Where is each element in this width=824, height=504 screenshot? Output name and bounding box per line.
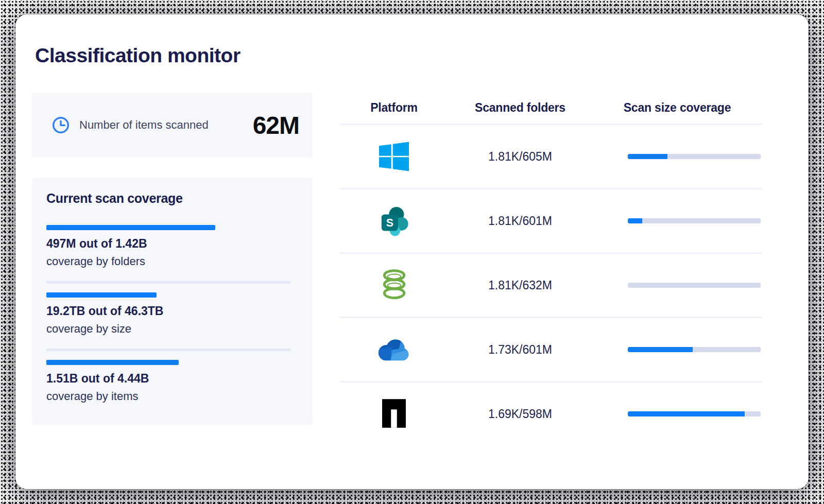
progress-fill <box>628 218 642 223</box>
coverage-separator <box>46 281 291 284</box>
progress-fill <box>628 347 693 352</box>
clock-icon <box>52 116 70 134</box>
progress-track <box>628 283 761 288</box>
database-icon <box>340 269 448 302</box>
coverage-bar-cell <box>592 154 762 159</box>
table-header: Platform Scanned folders Scan size cover… <box>340 92 762 124</box>
table-row-netapp: 1.69K/598M <box>340 381 762 445</box>
progress-fill <box>628 411 745 416</box>
scanned-folders-value: 1.81K/605M <box>448 150 592 164</box>
sharepoint-icon: S <box>340 205 448 237</box>
platform-table: Platform Scanned folders Scan size cover… <box>340 92 762 445</box>
table-row-onedrive: 1.73K/601M <box>340 317 762 381</box>
coverage-value-size: 19.2TB out of 46.3TB <box>46 304 291 318</box>
column-header-scanned-folders: Scanned folders <box>448 101 592 115</box>
coverage-label-size: coverage by size <box>46 322 291 336</box>
coverage-bar-cell <box>592 218 762 223</box>
table-row-database: 1.81K/632M <box>340 252 762 317</box>
coverage-metric-items: 1.51B out of 4.44B coverage by items <box>46 360 291 403</box>
page-title: Classification monitor <box>35 44 241 67</box>
scanned-folders-value: 1.81K/601M <box>448 214 592 228</box>
scanned-folders-value: 1.73K/601M <box>448 343 592 357</box>
onedrive-icon <box>340 339 448 361</box>
coverage-bar-cell <box>592 347 762 352</box>
netapp-icon <box>340 399 448 429</box>
coverage-bar-items <box>46 360 179 365</box>
items-scanned-label: Number of items scanned <box>79 118 209 132</box>
coverage-metric-folders: 497M out of 1.42B coverage by folders <box>46 225 291 268</box>
coverage-bar-folders <box>46 225 215 230</box>
svg-text:S: S <box>386 217 393 229</box>
coverage-value-folders: 497M out of 1.42B <box>46 237 291 251</box>
windows-icon <box>340 142 448 171</box>
progress-track <box>628 347 761 352</box>
coverage-bar-cell <box>592 411 762 416</box>
items-scanned-value: 62M <box>253 111 299 140</box>
scan-coverage-title: Current scan coverage <box>46 191 291 206</box>
scan-coverage-panel: Current scan coverage 497M out of 1.42B … <box>32 178 313 425</box>
scanned-folders-value: 1.81K/632M <box>448 279 592 292</box>
table-row-sharepoint: S 1.81K/601M <box>340 188 762 252</box>
progress-track <box>628 411 761 416</box>
column-header-platform: Platform <box>340 101 448 115</box>
progress-track <box>628 154 761 159</box>
table-row-windows: 1.81K/605M <box>340 124 762 188</box>
dashboard-card: Classification monitor Number of items s… <box>15 14 809 489</box>
coverage-bar-cell <box>592 283 762 288</box>
column-header-scan-size-coverage: Scan size coverage <box>592 101 762 115</box>
progress-fill <box>628 154 667 159</box>
coverage-label-folders: coverage by folders <box>46 255 291 268</box>
coverage-value-items: 1.51B out of 4.44B <box>46 372 291 386</box>
coverage-bar-size <box>46 292 157 298</box>
coverage-label-items: coverage by items <box>46 390 291 403</box>
items-scanned-panel: Number of items scanned 62M <box>32 93 313 158</box>
coverage-separator <box>46 349 291 351</box>
coverage-metric-size: 19.2TB out of 46.3TB coverage by size <box>46 292 291 336</box>
progress-track <box>628 218 761 223</box>
items-scanned-labelgroup: Number of items scanned <box>52 116 209 134</box>
scanned-folders-value: 1.69K/598M <box>448 407 592 421</box>
